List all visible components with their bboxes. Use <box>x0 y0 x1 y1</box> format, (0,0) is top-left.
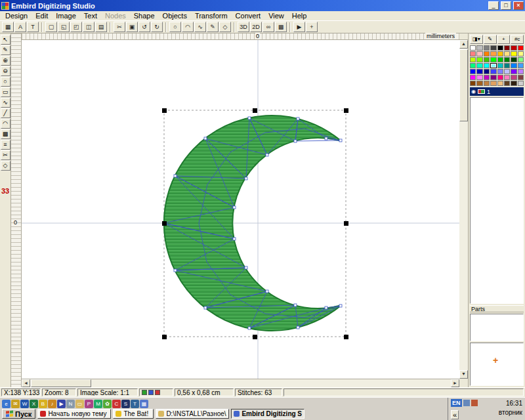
stitch-node[interactable] <box>233 238 236 240</box>
language-indicator[interactable]: EN <box>451 399 462 407</box>
quicklaunch-bat[interactable]: B <box>39 400 47 408</box>
scroll-right-arrow[interactable]: ► <box>451 379 459 387</box>
menu-text[interactable]: Text <box>80 11 101 20</box>
selection-handle[interactable] <box>344 108 348 113</box>
taskbar-task-1[interactable]: The Bat! <box>113 409 154 419</box>
palette-swatch-2[interactable] <box>484 45 490 51</box>
tool-columns[interactable]: ≡ <box>1 140 10 150</box>
palette-swatch-8[interactable] <box>470 51 476 56</box>
palette-swatch-42[interactable] <box>484 75 490 80</box>
copy-button[interactable]: ▣ <box>126 22 138 32</box>
stitch-node[interactable] <box>204 306 207 309</box>
tool-zoom-out[interactable]: ⊖ <box>1 66 10 76</box>
view-2d-button[interactable]: 2D <box>250 22 262 32</box>
tool-ellipse[interactable]: ○ <box>1 77 10 87</box>
quicklaunch-photoshop[interactable]: S <box>121 400 130 408</box>
selection-handle[interactable] <box>253 335 257 339</box>
wave-button[interactable]: ∿ <box>194 22 206 32</box>
palette-swatch-38[interactable] <box>511 69 516 74</box>
tool-zoom-in[interactable]: ⊕ <box>1 56 10 66</box>
palette-swatch-27[interactable] <box>490 63 496 68</box>
palette-swatch-31[interactable] <box>518 63 524 68</box>
stitch-node[interactable] <box>266 290 268 293</box>
palette-swatch-52[interactable] <box>497 81 503 86</box>
taskbar-task-3[interactable]: Embird Digitizing Stud... <box>231 409 304 419</box>
palette-swatch-24[interactable] <box>470 63 476 68</box>
quicklaunch-msn[interactable]: M <box>94 400 102 408</box>
palette-swatch-41[interactable] <box>476 75 482 80</box>
maximize-button[interactable]: □ <box>501 1 511 10</box>
palette-swatch-14[interactable] <box>511 51 516 56</box>
palette-swatch-46[interactable] <box>511 75 516 80</box>
vscroll-track-fill[interactable] <box>459 122 468 370</box>
palette-swatch-53[interactable] <box>504 81 510 86</box>
palette-swatch-16[interactable] <box>470 57 476 62</box>
palette-swatch-36[interactable] <box>497 69 503 74</box>
view-3d-button[interactable]: 3D <box>238 22 249 32</box>
palette-swatch-13[interactable] <box>504 51 510 56</box>
palette-swatch-4[interactable] <box>497 45 503 51</box>
open-button[interactable]: ◱ <box>58 22 70 32</box>
palette-swatch-20[interactable] <box>497 57 503 62</box>
close-button[interactable]: × <box>513 1 524 10</box>
stitch-node[interactable] <box>233 206 236 209</box>
palette-swatch-37[interactable] <box>504 69 510 74</box>
palette-swatch-34[interactable] <box>484 69 490 74</box>
taskbar-task-2[interactable]: D:\INSTALL\Разное\Embird <box>156 409 229 419</box>
selection-handle[interactable] <box>162 335 167 339</box>
panel-button-3[interactable]: #c <box>511 35 524 44</box>
run-button[interactable]: ▶ <box>293 22 305 32</box>
quicklaunch-word[interactable]: W <box>20 400 29 408</box>
palette-swatch-12[interactable] <box>497 51 503 56</box>
palette-swatch-47[interactable] <box>518 75 524 80</box>
quicklaunch-folder[interactable]: ▭ <box>75 400 84 408</box>
preview-panel[interactable]: + <box>470 343 524 386</box>
stitch-node[interactable] <box>325 137 327 140</box>
tool-rectangle[interactable]: ▭ <box>1 87 10 97</box>
tool-select[interactable]: ↖ <box>1 35 10 45</box>
menu-help[interactable]: Help <box>288 11 311 20</box>
stitch-node[interactable] <box>297 326 299 329</box>
menu-transform[interactable]: Transform <box>191 11 232 20</box>
palette-swatch-19[interactable] <box>490 57 496 62</box>
tool-arc[interactable]: ◠ <box>1 119 10 129</box>
palette-swatch-43[interactable] <box>490 75 496 80</box>
design-mode-button[interactable]: ▦ <box>2 22 14 32</box>
palette-swatch-5[interactable] <box>504 45 510 51</box>
vscroll-track[interactable]: ▲ ▼ <box>459 40 468 379</box>
palette-swatch-54[interactable] <box>511 81 516 86</box>
palette-swatch-18[interactable] <box>484 57 490 62</box>
palette-swatch-32[interactable] <box>470 69 476 74</box>
tool-knife[interactable]: ✂ <box>1 150 10 160</box>
quicklaunch-total-cmd[interactable]: T <box>131 400 139 408</box>
selection-handle[interactable] <box>344 221 348 226</box>
import-button[interactable]: ◰ <box>70 22 82 32</box>
tool-line[interactable]: ╱ <box>1 108 10 118</box>
palette-swatch-28[interactable] <box>497 63 503 68</box>
palette-swatch-11[interactable] <box>490 51 496 56</box>
palette-swatch-25[interactable] <box>476 63 482 68</box>
start-button[interactable]: Пуск <box>2 409 35 419</box>
palette-swatch-7[interactable] <box>518 45 524 51</box>
quicklaunch-mail[interactable]: ✉ <box>11 400 20 408</box>
quicklaunch-icq[interactable]: ✿ <box>103 400 112 408</box>
palette-swatch-0[interactable] <box>470 45 476 51</box>
selection-handle[interactable] <box>162 221 167 226</box>
menu-design[interactable]: Design <box>1 11 32 20</box>
tool-node-edit[interactable]: ✎ <box>1 45 10 55</box>
text-large-button[interactable]: A <box>14 22 26 32</box>
palette-swatch-6[interactable] <box>511 45 516 51</box>
palette-swatch-23[interactable] <box>518 57 524 62</box>
scroll-left-arrow[interactable]: ◄ <box>22 379 30 387</box>
palette-swatch-3[interactable] <box>490 45 496 51</box>
palette-swatch-33[interactable] <box>476 69 482 74</box>
quicklaunch-excel[interactable]: X <box>30 400 38 408</box>
menu-shape[interactable]: Shape <box>130 11 159 20</box>
menu-convert[interactable]: Convert <box>232 11 265 20</box>
hscroll-track[interactable] <box>92 379 451 387</box>
tool-fill[interactable]: ▩ <box>1 129 10 139</box>
cut-button[interactable]: ✂ <box>114 22 125 32</box>
stitch-node[interactable] <box>248 117 251 119</box>
stitch-node[interactable] <box>248 327 251 329</box>
stitch-node[interactable] <box>245 266 247 269</box>
